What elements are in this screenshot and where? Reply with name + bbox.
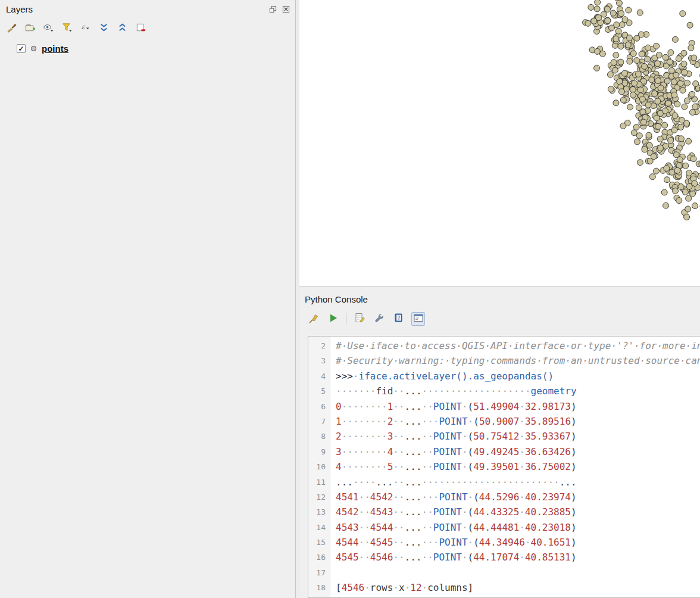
close-panel-button[interactable]: [282, 5, 290, 14]
help-button[interactable]: ?: [392, 312, 405, 326]
run-command-icon: [328, 313, 339, 325]
console-line: 104········5··...··POINT·(49.39501·36.75…: [308, 459, 700, 474]
console-code-text: 4543··4544··...··POINT·(44.44481·40.2301…: [330, 520, 577, 535]
layers-panel-title: Layers: [6, 4, 33, 14]
add-group-icon: [24, 22, 36, 35]
console-code-text: ...····...··...························.…: [330, 475, 577, 490]
console-code-text: #·Use·iface·to·access·QGIS·API·interface…: [330, 338, 700, 353]
console-panel-toggle-icon: [412, 312, 424, 326]
console-output-area[interactable]: 2#·Use·iface·to·access·QGIS·API·interfac…: [308, 336, 700, 598]
help-icon: ?: [393, 312, 405, 326]
console-code-text: >>>·iface.activeLayer().as_geopandas(): [330, 369, 554, 384]
expand-all-button[interactable]: [97, 21, 111, 35]
line-number: 2: [308, 338, 330, 353]
line-number: 17: [308, 565, 330, 580]
layer-visibility-checkbox[interactable]: ✓: [17, 44, 26, 53]
expand-all-icon: [98, 22, 110, 35]
console-code-text: 4········5··...··POINT·(49.39501·36.7500…: [330, 459, 577, 474]
console-line: 4>>>·iface.activeLayer().as_geopandas(): [308, 369, 700, 384]
line-number: 6: [308, 399, 330, 414]
svg-text:?: ?: [398, 316, 400, 321]
console-line: 18[4546·rows·x·12·columns]: [308, 580, 700, 595]
open-layer-styling-button[interactable]: [5, 21, 18, 35]
console-line: 3#·Security·warning:·typing·commands·fro…: [308, 353, 700, 368]
line-number: 9: [308, 444, 330, 459]
console-line: 11...····...··...·······················…: [308, 475, 700, 490]
show-editor-button[interactable]: [352, 312, 366, 326]
console-line: 19: [308, 596, 700, 598]
clear-console-button[interactable]: [307, 312, 320, 326]
close-icon: [282, 5, 290, 15]
layers-panel: Layers: [0, 0, 296, 598]
console-line: 5·······fid··...···················geome…: [308, 384, 700, 398]
console-line: 134542··4543··...··POINT·(44.43325·40.23…: [308, 504, 700, 519]
line-number: 11: [308, 475, 330, 490]
console-lines: 2#·Use·iface·to·access·QGIS·API·interfac…: [308, 338, 700, 598]
console-code-text: 2········3··...··POINT·(50.75412·35.9336…: [330, 429, 577, 444]
line-number: 4: [308, 369, 330, 384]
console-line: 17: [308, 565, 700, 580]
manage-map-themes-icon: [43, 22, 54, 35]
filter-legend-icon: [61, 22, 73, 35]
toolbar-separator: [346, 313, 346, 325]
clear-console-icon: [308, 312, 320, 326]
line-number: 5: [308, 384, 330, 398]
line-number: 7: [308, 414, 330, 429]
collapse-all-button[interactable]: [115, 21, 129, 35]
collapse-all-icon: [117, 22, 128, 35]
line-number: 12: [308, 490, 330, 504]
console-code-text: 3········4··...··POINT·(49.49245·36.6342…: [330, 444, 577, 459]
layers-toolbar: ε: [5, 21, 148, 35]
console-code-text: 4542··4543··...··POINT·(44.43325·40.2388…: [330, 504, 577, 519]
line-number: 8: [308, 429, 330, 444]
line-number: 16: [308, 550, 330, 565]
console-panel-toggle-button[interactable]: [411, 312, 425, 326]
point-symbol-icon: [31, 46, 36, 51]
console-line: 154544··4545··...···POINT·(44.34946·40.1…: [308, 535, 700, 550]
open-layer-styling-icon: [6, 22, 17, 35]
map-canvas[interactable]: [299, 0, 700, 286]
filter-by-expression-button[interactable]: ε: [79, 21, 92, 35]
console-code-text: [4546·rows·x·12·columns]: [330, 580, 473, 595]
float-panel-button[interactable]: [268, 5, 277, 14]
console-line: 93········4··...··POINT·(49.49245·36.634…: [308, 444, 700, 459]
filter-legend-button[interactable]: [60, 21, 74, 35]
console-line: 144543··4544··...··POINT·(44.44481·40.23…: [308, 520, 700, 535]
console-code-text: ·······fid··...···················geomet…: [330, 384, 577, 398]
console-line: 82········3··...··POINT·(50.75412·35.933…: [308, 429, 700, 444]
console-line: 164545··4546··...··POINT·(44.17074·40.85…: [308, 550, 700, 565]
remove-layer-button[interactable]: [134, 21, 148, 35]
options-button[interactable]: [372, 312, 386, 326]
add-group-button[interactable]: [23, 21, 37, 35]
line-number: 15: [308, 535, 330, 550]
run-command-button[interactable]: [326, 312, 340, 326]
python-console-panel: Python Console ?: [299, 287, 700, 598]
console-line: 71········2··...···POINT·(50.9007·35.895…: [308, 414, 700, 429]
line-number: 14: [308, 520, 330, 535]
line-number: 10: [308, 459, 330, 474]
console-line: 2#·Use·iface·to·access·QGIS·API·interfac…: [308, 338, 700, 353]
console-code-text: 1········2··...···POINT·(50.9007·35.8951…: [330, 414, 577, 429]
console-code-text: #·Security·warning:·typing·commands·from…: [330, 353, 700, 368]
console-line: 60········1··...··POINT·(51.49904·32.981…: [308, 399, 700, 414]
console-code-text: 4541··4542··...···POINT·(44.5296·40.2397…: [330, 490, 577, 504]
options-icon: [373, 312, 385, 326]
python-console-title: Python Console: [305, 294, 368, 304]
console-line: 124541··4542··...···POINT·(44.5296·40.23…: [308, 490, 700, 504]
console-code-text: [330, 565, 336, 580]
show-editor-icon: [354, 312, 365, 326]
python-console-toolbar: ?: [307, 312, 425, 326]
layer-label[interactable]: points: [42, 43, 68, 54]
console-code-text: 4545··4546··...··POINT·(44.17074·40.8513…: [330, 550, 577, 565]
console-code-text: 0········1··...··POINT·(51.49904·32.9817…: [330, 399, 577, 414]
filter-by-expression-icon: ε: [80, 22, 91, 35]
line-number: 19: [308, 596, 330, 598]
layer-item-points[interactable]: ✓ points: [17, 43, 68, 54]
line-number: 13: [308, 504, 330, 519]
manage-map-themes-button[interactable]: [42, 21, 55, 35]
console-code-text: [330, 596, 336, 598]
console-code-text: 4544··4545··...···POINT·(44.34946·40.165…: [330, 535, 577, 550]
layers-panel-window-buttons: [268, 5, 290, 14]
remove-layer-icon: [135, 22, 146, 35]
line-number: 18: [308, 580, 330, 595]
